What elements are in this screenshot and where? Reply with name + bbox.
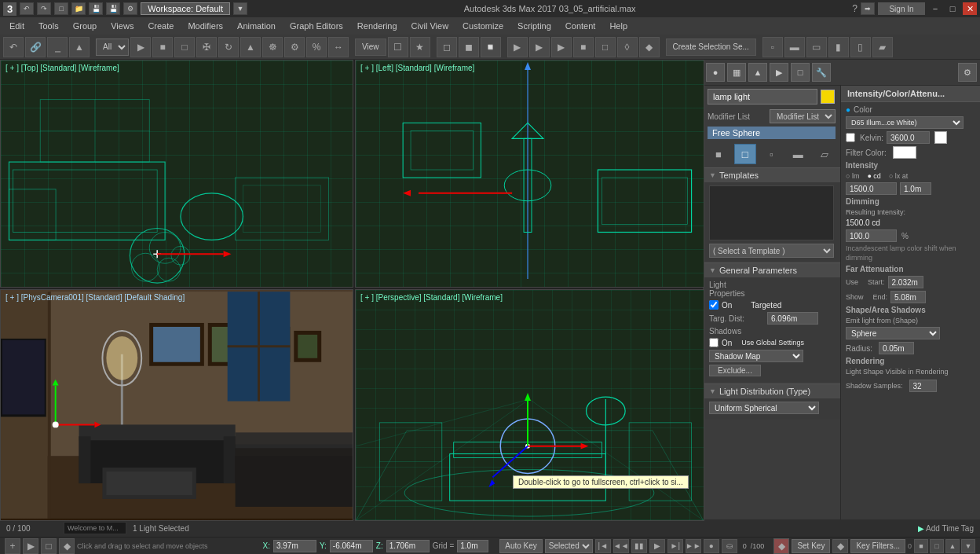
sign-in-btn[interactable]: Sign In bbox=[878, 2, 925, 15]
z-input[interactable]: 1.706m bbox=[386, 540, 430, 552]
grid-input[interactable]: 1.0m bbox=[457, 540, 488, 552]
key-filters-btn[interactable]: Key Filters... bbox=[850, 539, 905, 553]
snap-bottom-btn[interactable]: □ bbox=[41, 538, 57, 554]
light-on-checkbox[interactable] bbox=[709, 300, 719, 310]
extra-btn-1[interactable]: ■ bbox=[914, 539, 928, 553]
workspace-dropdown-icon[interactable]: ▼ bbox=[233, 2, 247, 15]
menu-create[interactable]: Create bbox=[141, 20, 180, 32]
tb-extra1[interactable]: ▫ bbox=[762, 37, 783, 57]
search-btn[interactable]: ⛀ bbox=[722, 539, 737, 553]
workspace-button[interactable]: Workspace: Default bbox=[141, 2, 230, 15]
set-key-btn[interactable]: Set Key bbox=[792, 539, 830, 553]
tb-extra2[interactable]: ▬ bbox=[784, 37, 805, 57]
menu-rendering[interactable]: Rendering bbox=[351, 20, 404, 32]
x-input[interactable]: 3.97m bbox=[273, 540, 316, 552]
templates-select[interactable]: ( Select a Template ) bbox=[709, 244, 834, 258]
kelvin-input[interactable]: 3600.0 bbox=[887, 131, 930, 144]
tb-region-select[interactable]: ■ bbox=[152, 37, 173, 57]
viewport-camera[interactable]: [ + ] [PhysCamera001] [Standard] [Defaul… bbox=[0, 289, 353, 521]
targ-dist-input[interactable]: 6.096m bbox=[767, 312, 818, 325]
menu-customize[interactable]: Customize bbox=[456, 20, 510, 32]
select-filter[interactable]: All bbox=[96, 39, 129, 56]
help-icon[interactable]: ➡ bbox=[861, 2, 875, 15]
multiplier-input[interactable]: 1.0m bbox=[900, 182, 931, 195]
create-panel-btn[interactable]: ● bbox=[706, 63, 725, 82]
extra-btn-2[interactable]: □ bbox=[930, 539, 944, 553]
new-icon[interactable]: □ bbox=[54, 2, 68, 15]
templates-header[interactable]: ▼ Templates bbox=[703, 167, 840, 182]
play-btn[interactable]: ▶ bbox=[649, 539, 665, 553]
record-btn[interactable]: ● bbox=[704, 539, 719, 553]
exclude-button[interactable]: Exclude... bbox=[709, 365, 761, 376]
add-btn[interactable]: + bbox=[5, 538, 20, 554]
object-name-input[interactable]: lamp light bbox=[708, 89, 817, 105]
panel-settings-btn[interactable]: ⚙ bbox=[958, 63, 977, 82]
tb-tools2[interactable]: ◆ bbox=[639, 37, 660, 57]
kelvin-color-preview[interactable] bbox=[934, 131, 947, 144]
tb-view2[interactable]: ☐ bbox=[388, 37, 408, 57]
extra-btn-3[interactable]: ▲ bbox=[945, 539, 960, 553]
display-panel-btn[interactable]: □ bbox=[791, 63, 810, 82]
modify-panel-btn[interactable]: ▦ bbox=[727, 63, 746, 82]
viewport-perspective[interactable]: [ + ] [Perspective] [Standard] [Wirefram… bbox=[355, 289, 704, 521]
light-dist-header[interactable]: ▼ Light Distribution (Type) bbox=[703, 383, 840, 398]
play-prev-btn[interactable]: ◄◄ bbox=[613, 539, 629, 553]
general-params-header[interactable]: ▼ General Parameters bbox=[703, 262, 840, 277]
intensity-value-input[interactable]: 1500.0 bbox=[846, 182, 897, 195]
prev-key-btn[interactable]: |◄ bbox=[595, 539, 611, 553]
auto-key-btn[interactable]: Auto Key bbox=[499, 539, 543, 553]
panel-icon-2[interactable]: ▫ bbox=[761, 144, 783, 164]
object-color-swatch[interactable] bbox=[821, 90, 835, 104]
menu-civil-view[interactable]: Civil View bbox=[405, 20, 455, 32]
tb-percent[interactable]: % bbox=[306, 37, 327, 57]
tb-unlink[interactable]: ⎯ bbox=[47, 37, 68, 57]
shadows-on-checkbox[interactable] bbox=[709, 338, 719, 347]
viewport-left[interactable]: [ + ] [Left] [Standard] [Wireframe] bbox=[355, 60, 704, 288]
redo-icon[interactable]: ↷ bbox=[37, 2, 51, 15]
tb-mirror[interactable]: ↔ bbox=[328, 37, 349, 57]
tb-snap[interactable]: ⚙ bbox=[284, 37, 305, 57]
light-dist-type-select[interactable]: Uniform Spherical bbox=[709, 402, 819, 414]
filter-color-swatch[interactable] bbox=[893, 146, 916, 159]
menu-views[interactable]: Views bbox=[104, 20, 140, 32]
tb-extra3[interactable]: ▭ bbox=[806, 37, 827, 57]
panel-icon-3[interactable]: ▬ bbox=[787, 144, 809, 164]
menu-tools[interactable]: Tools bbox=[32, 20, 65, 32]
tb-render2[interactable]: ▶ bbox=[529, 37, 550, 57]
view-btn[interactable]: View bbox=[355, 39, 386, 56]
add-tag-label[interactable]: Add Time Tag bbox=[926, 524, 974, 533]
tb-select[interactable]: ▶ bbox=[130, 37, 151, 57]
modifier-type-item[interactable]: Free Sphere bbox=[708, 127, 836, 139]
viewport-top[interactable]: [ + ] [Top] [Standard] [Wireframe] bbox=[0, 60, 353, 288]
tb-extra4[interactable]: ▮ bbox=[828, 37, 849, 57]
color-preset-select[interactable]: D65 Illum...ce White) bbox=[846, 116, 964, 129]
tb-link[interactable]: 🔗 bbox=[25, 37, 46, 57]
tb-extra5[interactable]: ▯ bbox=[850, 37, 871, 57]
tb-window-select[interactable]: □ bbox=[174, 37, 195, 57]
shadow-type-select[interactable]: Shadow Map bbox=[709, 350, 803, 362]
panel-icon-0[interactable]: ■ bbox=[708, 144, 730, 164]
tb-group[interactable]: ◽ bbox=[481, 37, 501, 57]
menu-scripting[interactable]: Scripting bbox=[511, 20, 558, 32]
motion-panel-btn[interactable]: ▶ bbox=[770, 63, 788, 82]
tb-mat3[interactable]: ◊ bbox=[617, 37, 638, 57]
next-key-btn[interactable]: ►| bbox=[667, 539, 683, 553]
menu-group[interactable]: Group bbox=[67, 20, 104, 32]
tb-mat[interactable]: ■ bbox=[573, 37, 594, 57]
shadow-samples-input[interactable]: 32 bbox=[909, 380, 937, 392]
tb-move[interactable]: ✠ bbox=[196, 37, 217, 57]
tb-render3[interactable]: ▶ bbox=[551, 37, 572, 57]
tb-rotate[interactable]: ↻ bbox=[218, 37, 239, 57]
tb-bind[interactable]: ▲ bbox=[69, 37, 90, 57]
radius-input[interactable]: 0.05m bbox=[879, 342, 914, 354]
y-input[interactable]: -6.064m bbox=[330, 540, 373, 552]
close-btn[interactable]: ✕ bbox=[963, 2, 977, 15]
stop-btn[interactable]: ▮▮ bbox=[631, 539, 647, 553]
undo-icon[interactable]: ↶ bbox=[20, 2, 34, 15]
tb-ref-coord[interactable]: ☸ bbox=[262, 37, 283, 57]
utilities-panel-btn[interactable]: 🔧 bbox=[812, 63, 831, 82]
far-end-input[interactable]: 5.08m bbox=[890, 291, 926, 303]
hierarchy-panel-btn[interactable]: ▲ bbox=[748, 63, 767, 82]
extra-btn-4[interactable]: ▼ bbox=[961, 539, 975, 553]
anim-btn[interactable]: ◆ bbox=[59, 538, 75, 554]
